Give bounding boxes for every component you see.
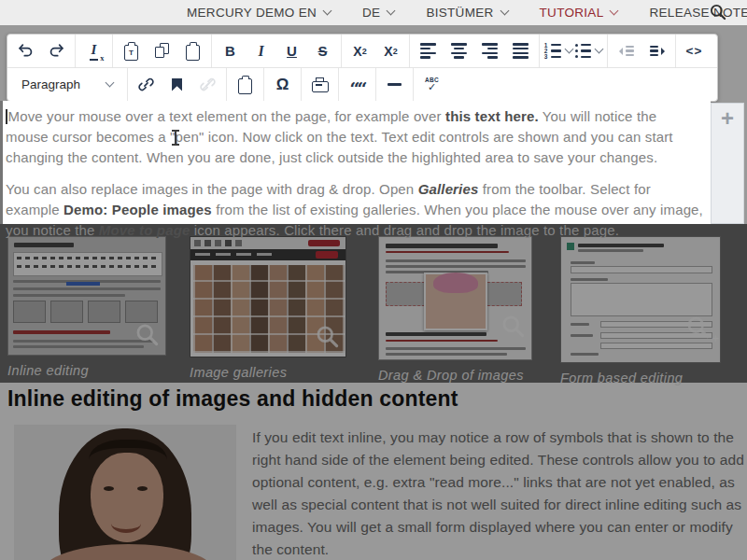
thumbnail-drag-drop[interactable]: Drag & Drop of images <box>378 236 532 383</box>
undo-icon <box>17 42 35 60</box>
toolbar-row-1: IxTBIUSX2X2123<> <box>7 35 717 67</box>
spellcheck-button[interactable]: ABC✓ <box>416 71 447 98</box>
toolbar-group <box>376 68 414 101</box>
edit-controls-strip: + <box>711 103 744 224</box>
toolbar-group <box>7 35 76 67</box>
unlink-icon <box>199 76 217 93</box>
bullet-list-button[interactable] <box>573 37 604 64</box>
strikethrough-button[interactable]: S <box>307 37 338 64</box>
bullet-list-icon <box>575 44 592 59</box>
block-format-select[interactable]: Paragraph <box>10 68 124 101</box>
special-character-button[interactable]: Ω <box>267 71 298 98</box>
article-heading: Inline editing of images and hidden cont… <box>7 386 458 412</box>
nav-item-de[interactable]: DE <box>362 6 394 20</box>
thumbnail-inline-editing[interactable]: Inline editing <box>7 236 166 378</box>
remove-format-button[interactable]: Ix <box>78 37 109 64</box>
source-code-icon: <> <box>686 44 703 58</box>
toolbar-group: Ω <box>264 68 302 101</box>
underline-button[interactable]: U <box>276 37 307 64</box>
print-button[interactable] <box>304 71 335 98</box>
align-left-icon <box>420 43 436 58</box>
numbered-list-button[interactable]: 123 <box>543 37 573 64</box>
search-button[interactable] <box>708 3 728 23</box>
paste-button[interactable] <box>177 37 208 64</box>
insert-link-button[interactable] <box>131 71 162 98</box>
add-content-button[interactable]: + <box>715 105 740 133</box>
redo-button[interactable] <box>41 37 72 64</box>
thumbnail-caption: Form based editing <box>560 371 721 385</box>
horizontal-rule-icon <box>388 83 402 85</box>
thumbnail-image-galleries-preview <box>190 236 346 357</box>
nav-item-release-notes[interactable]: RELEASE NOTES <box>649 6 747 20</box>
italic-icon: I <box>258 43 263 60</box>
bold-button[interactable]: B <box>215 37 246 64</box>
outdent-button <box>611 37 641 64</box>
paste-as-text-icon: T <box>124 45 138 61</box>
toolbar-group: X2X2 <box>342 35 410 67</box>
align-center-icon <box>451 43 467 58</box>
indent-icon <box>650 46 665 57</box>
search-icon <box>709 10 727 24</box>
chevron-down-icon <box>387 7 396 16</box>
paragraph: You can also replace images in the page … <box>6 179 703 241</box>
align-justify-button[interactable] <box>505 37 536 64</box>
superscript-button[interactable]: X2 <box>375 37 406 64</box>
toolbar-group: 123 <box>540 35 608 67</box>
outdent-icon <box>619 46 634 57</box>
paragraph: If you edit text inline, you may notice … <box>252 427 747 560</box>
toolbar-group: ABC✓ <box>414 68 450 101</box>
horizontal-rule-button[interactable] <box>379 71 410 98</box>
toolbar-group: BIUS <box>212 35 342 67</box>
anchor-button[interactable] <box>162 71 192 98</box>
nav-item-tutorial[interactable]: TUTORIAL <box>540 6 618 20</box>
indent-button[interactable] <box>641 37 672 64</box>
blockquote-button[interactable]: ““ <box>342 71 373 98</box>
nav-item-bist-mer[interactable]: BISTÜMER <box>426 6 507 20</box>
copy-page-button[interactable] <box>230 71 261 98</box>
superscript-icon: X2 <box>384 44 397 59</box>
subscript-button[interactable]: X2 <box>345 37 375 64</box>
thumbnail-form-editing[interactable]: + Form based editing <box>560 236 721 385</box>
print-icon <box>312 81 329 92</box>
chevron-down-icon <box>106 78 115 88</box>
toolbar-group <box>128 68 227 101</box>
thumbnail-inline-editing-preview <box>7 236 166 356</box>
toolbar-group <box>608 35 676 67</box>
toolbar-group <box>302 68 339 101</box>
thumbnail-drag-drop-preview <box>378 236 532 360</box>
top-nav: MERCURY DEMO ENDEBISTÜMERTUTORIALRELEASE… <box>0 0 747 25</box>
toolbar-group: <> <box>676 35 712 67</box>
toolbar-group <box>410 35 540 67</box>
paste-as-text-button[interactable]: T <box>116 37 147 64</box>
undo-button[interactable] <box>10 37 41 64</box>
italic-button[interactable]: I <box>246 37 276 64</box>
subscript-icon: X2 <box>353 44 366 59</box>
copy-button[interactable] <box>147 37 177 64</box>
tutorial-thumbnails-section: Inline editing Image galleries <box>0 224 747 383</box>
toolbar-group: T <box>113 35 212 67</box>
chevron-down-icon <box>323 7 332 16</box>
underline-icon: U <box>287 43 297 59</box>
special-character-icon: Ω <box>276 76 289 94</box>
nav-item-mercury-demo-en[interactable]: MERCURY DEMO EN <box>187 6 331 20</box>
copy-page-icon <box>238 78 252 94</box>
align-left-button[interactable] <box>413 37 444 64</box>
bold-icon: B <box>225 43 235 59</box>
article-body: If you edit text inline, you may notice … <box>252 427 747 560</box>
browser-viewport: Inline editing Image galleries <box>0 0 747 560</box>
align-right-button[interactable] <box>474 37 505 64</box>
thumbnail-caption: Image galleries <box>190 365 346 380</box>
thumbnail-image-galleries[interactable]: Image galleries <box>190 236 346 380</box>
source-code-button[interactable]: <> <box>679 37 710 64</box>
nav-menu: MERCURY DEMO ENDEBISTÜMERTUTORIALRELEASE… <box>187 6 747 20</box>
thumbnail-caption: Inline editing <box>7 363 166 378</box>
unlink-button <box>192 71 223 98</box>
paste-icon <box>186 45 200 61</box>
inline-edit-area[interactable]: Move your mouse over a text element on t… <box>0 101 711 224</box>
paragraph: Move your mouse over a text element on t… <box>6 106 703 168</box>
thumbnail-form-editing-preview: + <box>560 236 721 363</box>
align-center-button[interactable] <box>444 37 474 64</box>
toolbar-group: Paragraph <box>7 68 128 101</box>
text-caret <box>6 109 7 124</box>
align-right-icon <box>482 43 498 58</box>
